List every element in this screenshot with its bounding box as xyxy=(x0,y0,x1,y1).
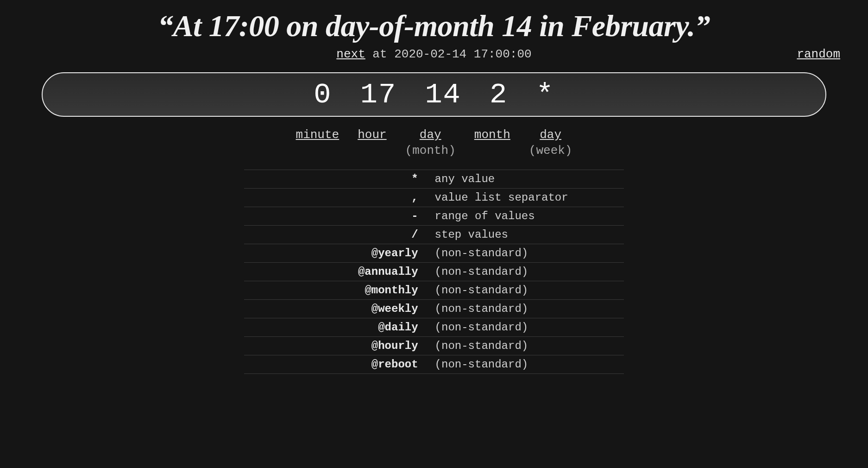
reference-row: *any value xyxy=(244,170,624,189)
field-day-month[interactable]: day (month) xyxy=(405,128,456,158)
reference-description: range of values xyxy=(427,207,624,226)
reference-row: @daily(non-standard) xyxy=(244,318,624,337)
reference-row: @annually(non-standard) xyxy=(244,263,624,281)
next-prefix: at xyxy=(365,47,394,61)
field-minute-label: minute xyxy=(296,128,340,142)
reference-symbol: * xyxy=(244,170,427,189)
cron-expression-input[interactable] xyxy=(42,72,826,117)
reference-symbol: / xyxy=(244,226,427,244)
next-timestamp: 2020-02-14 17:00:00 xyxy=(394,47,531,61)
field-month[interactable]: month xyxy=(474,128,510,158)
reference-row: @weekly(non-standard) xyxy=(244,300,624,318)
reference-description: (non-standard) xyxy=(427,318,624,337)
reference-description: step values xyxy=(427,226,624,244)
field-day-week-sub: (week) xyxy=(529,144,572,158)
next-occurrence-row: next at 2020-02-14 17:00:00 random xyxy=(0,47,868,61)
reference-symbol: - xyxy=(244,207,427,226)
reference-symbol: @hourly xyxy=(244,337,427,355)
field-month-label: month xyxy=(474,128,510,142)
reference-description: any value xyxy=(427,170,624,189)
next-link[interactable]: next xyxy=(336,47,365,61)
reference-row: /step values xyxy=(244,226,624,244)
reference-symbol: @yearly xyxy=(244,244,427,263)
field-day-month-label: day xyxy=(420,128,441,142)
reference-description: (non-standard) xyxy=(427,355,624,374)
reference-symbol: @monthly xyxy=(244,281,427,300)
cron-fields-row: minute hour day (month) month day (week) xyxy=(0,128,868,158)
field-day-week-label: day xyxy=(540,128,561,142)
reference-description: (non-standard) xyxy=(427,337,624,355)
field-day-month-sub: (month) xyxy=(405,144,456,158)
reference-description: (non-standard) xyxy=(427,300,624,318)
reference-description: (non-standard) xyxy=(427,244,624,263)
reference-symbol: , xyxy=(244,189,427,207)
reference-description: value list separator xyxy=(427,189,624,207)
reference-symbol: @daily xyxy=(244,318,427,337)
reference-symbol: @weekly xyxy=(244,300,427,318)
reference-row: @hourly(non-standard) xyxy=(244,337,624,355)
reference-description: (non-standard) xyxy=(427,263,624,281)
reference-row: @yearly(non-standard) xyxy=(244,244,624,263)
field-day-week[interactable]: day (week) xyxy=(529,128,572,158)
syntax-reference-table: *any value,value list separator-range of… xyxy=(244,170,624,374)
reference-row: @monthly(non-standard) xyxy=(244,281,624,300)
field-minute[interactable]: minute xyxy=(296,128,340,158)
cron-description: “At 17:00 on day-of-month 14 in February… xyxy=(0,0,868,44)
reference-row: -range of values xyxy=(244,207,624,226)
field-hour-label: hour xyxy=(358,128,386,142)
cron-input-container xyxy=(42,72,826,117)
reference-row: @reboot(non-standard) xyxy=(244,355,624,374)
reference-row: ,value list separator xyxy=(244,189,624,207)
reference-symbol: @reboot xyxy=(244,355,427,374)
random-link[interactable]: random xyxy=(797,47,840,61)
reference-symbol: @annually xyxy=(244,263,427,281)
syntax-reference-body: *any value,value list separator-range of… xyxy=(244,170,624,374)
reference-description: (non-standard) xyxy=(427,281,624,300)
field-hour[interactable]: hour xyxy=(358,128,386,158)
